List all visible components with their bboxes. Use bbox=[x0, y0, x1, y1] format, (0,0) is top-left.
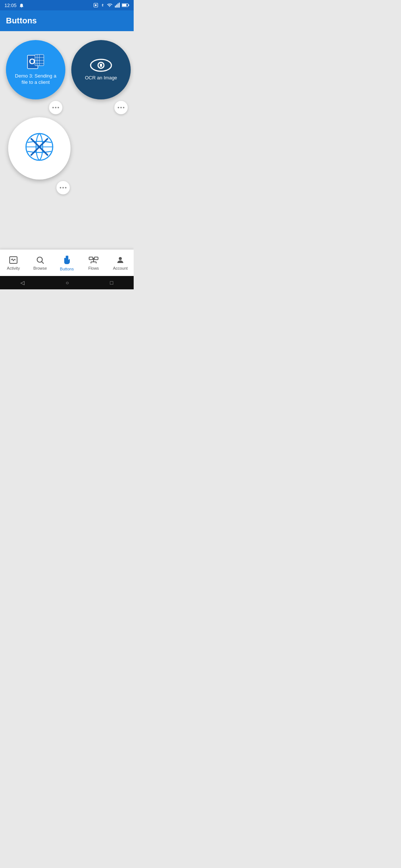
signal-icon bbox=[115, 3, 120, 8]
android-nav-bar: ◁ ○ □ bbox=[0, 276, 134, 289]
activity-icon bbox=[9, 256, 18, 264]
bluetooth-icon bbox=[101, 2, 104, 8]
buttons-label: Buttons bbox=[60, 267, 74, 271]
demo3-button[interactable]: O Demo 3: Sending a file to a client bbox=[6, 40, 65, 99]
svg-rect-1 bbox=[115, 6, 116, 7]
svg-rect-18 bbox=[100, 64, 102, 67]
svg-rect-26 bbox=[89, 257, 93, 260]
account-label: Account bbox=[113, 266, 128, 270]
status-bar: 12:05 bbox=[0, 0, 134, 10]
account-icon bbox=[116, 256, 125, 264]
wifi-icon bbox=[106, 3, 113, 8]
svg-rect-3 bbox=[118, 3, 118, 7]
back-button[interactable]: ◁ bbox=[20, 280, 25, 286]
button-cell-3 bbox=[6, 117, 73, 194]
demo3-more-button[interactable] bbox=[49, 101, 62, 114]
globe-more-button[interactable] bbox=[56, 181, 70, 194]
nav-item-flows[interactable]: Flows bbox=[80, 253, 107, 273]
page-header: Buttons bbox=[0, 10, 134, 31]
home-button[interactable]: ○ bbox=[66, 280, 69, 286]
ocr-more-button[interactable] bbox=[114, 101, 128, 114]
svg-rect-2 bbox=[116, 4, 117, 7]
status-time: 12:05 bbox=[4, 3, 17, 8]
browse-icon bbox=[36, 256, 45, 264]
flows-icon bbox=[89, 256, 98, 264]
ocr-label: OCR an Image bbox=[85, 75, 117, 81]
demo3-label: Demo 3: Sending a file to a client bbox=[12, 73, 59, 86]
globe-button[interactable] bbox=[8, 117, 71, 180]
nfc-icon bbox=[93, 3, 99, 8]
outlook-icon: O bbox=[27, 54, 45, 70]
ocr-button[interactable]: OCR an Image bbox=[71, 40, 131, 99]
svg-line-25 bbox=[42, 262, 44, 263]
button-cell-1: O Demo 3: Sending a file to a client bbox=[6, 40, 65, 114]
more-dots-1 bbox=[52, 107, 59, 108]
nav-item-activity[interactable]: Activity bbox=[0, 253, 27, 273]
svg-rect-23 bbox=[10, 257, 17, 263]
page-title: Buttons bbox=[6, 16, 37, 26]
svg-rect-27 bbox=[94, 257, 98, 260]
notification-icon bbox=[19, 3, 24, 8]
bottom-nav: Activity Browse Buttons Flows bbox=[0, 249, 134, 276]
globe-icon bbox=[25, 132, 54, 162]
battery-icon bbox=[122, 3, 129, 7]
nav-item-browse[interactable]: Browse bbox=[27, 253, 53, 273]
nav-item-account[interactable]: Account bbox=[107, 253, 134, 273]
main-content: O Demo 3: Sending a file to a client bbox=[0, 31, 134, 249]
nav-item-buttons[interactable]: Buttons bbox=[53, 252, 80, 274]
svg-point-33 bbox=[119, 257, 122, 260]
activity-label: Activity bbox=[7, 266, 20, 270]
eye-icon bbox=[90, 59, 112, 72]
svg-text:O: O bbox=[29, 57, 35, 66]
more-dots-2 bbox=[118, 107, 124, 108]
third-row bbox=[6, 117, 128, 194]
buttons-icon bbox=[62, 255, 72, 265]
svg-rect-7 bbox=[128, 4, 129, 6]
svg-rect-4 bbox=[119, 3, 120, 7]
recents-button[interactable]: □ bbox=[110, 280, 113, 286]
button-cell-2: OCR an Image bbox=[71, 40, 131, 114]
more-dots-3 bbox=[60, 187, 66, 188]
status-icons bbox=[93, 2, 129, 8]
svg-rect-6 bbox=[122, 4, 126, 6]
buttons-grid: O Demo 3: Sending a file to a client bbox=[6, 40, 128, 120]
browse-label: Browse bbox=[33, 266, 47, 270]
flows-label: Flows bbox=[88, 266, 99, 270]
